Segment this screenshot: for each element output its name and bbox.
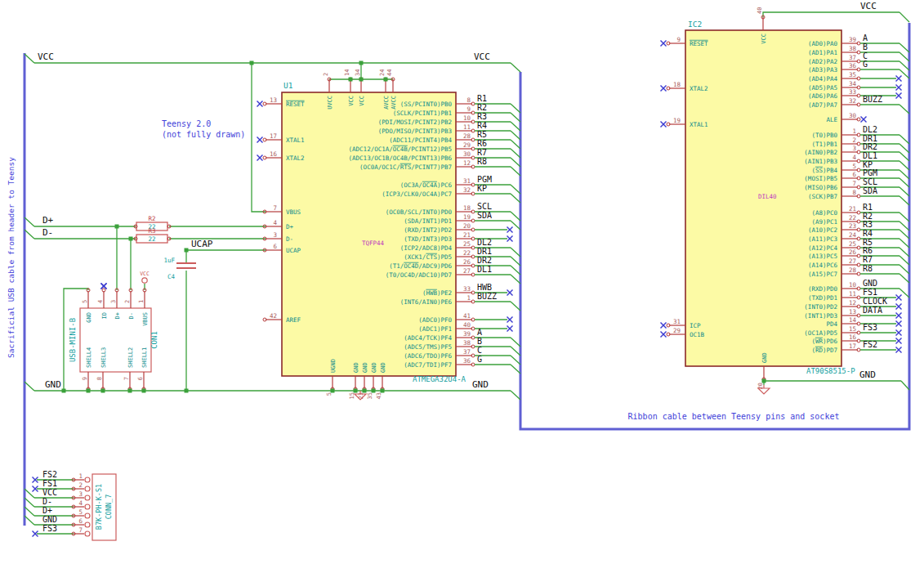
net-label[interactable]: R2: [477, 103, 487, 112]
net-label[interactable]: GND: [42, 515, 57, 524]
net-label[interactable]: D+: [42, 506, 52, 515]
net-label[interactable]: DR2: [863, 142, 877, 151]
net-label[interactable]: UCAP: [191, 239, 213, 249]
net-label[interactable]: VCC: [860, 1, 877, 11]
pin-number: 1: [78, 472, 83, 480]
net-label[interactable]: A: [477, 328, 482, 337]
net-label[interactable]: GND: [859, 369, 876, 380]
net-label[interactable]: SDA: [863, 186, 877, 195]
net-label[interactable]: VCC: [42, 488, 57, 497]
pin-name: UGND: [330, 359, 337, 373]
net-label[interactable]: R8: [863, 264, 873, 273]
pin-name: (INT1)PD3: [804, 312, 837, 320]
note-sacrificial-usb: Sacrificial USB cable from header to Tee…: [7, 157, 16, 358]
ic-ref[interactable]: U1: [283, 81, 293, 90]
pin-name: ICP: [690, 322, 701, 329]
net-label[interactable]: B: [863, 43, 868, 51]
pin-number: 10: [463, 114, 471, 122]
pin-name: (TXD/INT3)PD3: [404, 235, 452, 243]
net-label[interactable]: SDA: [477, 211, 492, 220]
net-label[interactable]: B: [477, 337, 482, 346]
net-label[interactable]: C: [477, 346, 482, 355]
net-label[interactable]: FS3: [42, 524, 57, 533]
net-label[interactable]: GND: [472, 379, 489, 390]
net-label[interactable]: FS2: [863, 340, 877, 349]
net-label[interactable]: R4: [863, 229, 873, 238]
pin-name: XTAL2: [690, 85, 708, 92]
net-label[interactable]: R7: [863, 255, 873, 264]
pin-number: 33: [463, 285, 471, 293]
net-label[interactable]: R6: [477, 139, 487, 148]
net-label[interactable]: VCC: [38, 51, 54, 62]
net-label[interactable]: R7: [477, 148, 487, 157]
resistor-ref[interactable]: R3: [148, 227, 155, 235]
pin-number: 19: [673, 117, 681, 124]
pin-number: 14: [344, 69, 350, 76]
net-label[interactable]: CLOCK: [863, 297, 887, 306]
net-label[interactable]: R5: [477, 130, 487, 139]
net-label[interactable]: D-: [42, 497, 52, 506]
net-label[interactable]: DL1: [863, 151, 877, 160]
net-label[interactable]: R6: [863, 246, 873, 255]
net-label[interactable]: R1: [477, 94, 487, 103]
net-label[interactable]: DR2: [477, 256, 492, 265]
pin-name: (A14)PC6: [808, 262, 838, 269]
pin-name: XTAL1: [690, 121, 708, 128]
junction: [185, 248, 189, 253]
net-label[interactable]: PGM: [477, 175, 492, 184]
pin-number: 7: [852, 180, 856, 187]
net-label[interactable]: G: [863, 60, 868, 69]
pin-name: (RXD)PD0: [808, 285, 838, 293]
net-label[interactable]: D-: [42, 227, 53, 238]
pin-number: 1: [852, 128, 856, 135]
resistor-ref[interactable]: R2: [148, 215, 155, 222]
net-label[interactable]: BUZZ: [863, 95, 882, 104]
junction: [381, 389, 385, 393]
pin-name: (PDO/MISO/PCINT3)PB3: [378, 128, 452, 135]
net-label[interactable]: FS2: [42, 470, 57, 479]
pin-number: 36: [849, 62, 857, 69]
pin-number: 37: [463, 348, 471, 356]
pin-name: D-: [128, 312, 135, 319]
connector-ref[interactable]: CONN_7: [105, 495, 113, 520]
net-label[interactable]: DL1: [477, 265, 492, 274]
net-label[interactable]: FS1: [863, 288, 877, 297]
ic-ref[interactable]: IC2: [688, 20, 702, 29]
net-label[interactable]: FS1: [42, 479, 57, 488]
pin-name: (ICP3/CLK0/OC4A)PC7: [382, 190, 452, 198]
pin-name: (A9)PC1: [811, 218, 837, 226]
net-label[interactable]: GND: [863, 279, 877, 288]
pin-number: 4: [97, 300, 104, 303]
net-label[interactable]: KP: [477, 184, 487, 193]
net-label[interactable]: SCL: [477, 202, 492, 211]
net-label[interactable]: BUZZ: [477, 292, 497, 301]
net-label[interactable]: R4: [477, 121, 487, 130]
pin-name: XTAL2: [286, 154, 305, 162]
net-label[interactable]: DR1: [477, 247, 492, 256]
net-label[interactable]: DATA: [863, 306, 882, 315]
net-label[interactable]: D+: [42, 215, 54, 226]
net-label[interactable]: FS3: [863, 323, 877, 332]
pin-number: 30: [463, 150, 471, 158]
net-label[interactable]: R8: [477, 157, 487, 166]
pin-name: GND: [380, 362, 386, 373]
net-label[interactable]: R3: [477, 112, 487, 121]
net-label[interactable]: DL2: [863, 125, 877, 134]
net-label[interactable]: VCC: [474, 51, 490, 62]
net-label[interactable]: DL2: [477, 238, 492, 247]
net-label[interactable]: R1: [863, 203, 873, 212]
junction: [129, 237, 133, 241]
pin-name: OC1B: [690, 331, 705, 338]
pin-name: GND: [86, 312, 92, 323]
net-label[interactable]: GND: [45, 379, 61, 390]
net-label[interactable]: HWB: [477, 283, 492, 292]
net-label[interactable]: R3: [863, 220, 873, 229]
net-label[interactable]: G: [477, 355, 482, 364]
connector-ref[interactable]: CON1: [150, 331, 158, 349]
junction: [128, 389, 132, 393]
net-label[interactable]: A: [863, 34, 868, 43]
net-label[interactable]: SCL: [863, 177, 877, 186]
pin-number: 2: [852, 137, 856, 144]
capacitor-ref[interactable]: C4: [167, 273, 176, 280]
net-label[interactable]: PGM: [863, 168, 877, 177]
